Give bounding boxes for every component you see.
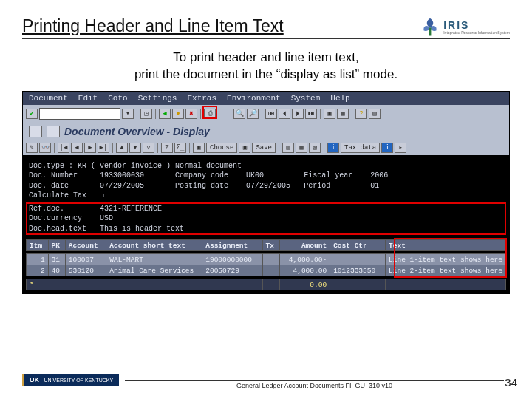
footer-doc-id: General Ledger Account Documents FI_GU_3… — [236, 382, 392, 389]
cell-tx — [262, 265, 279, 276]
shortcut-icon[interactable]: ▦ — [337, 109, 349, 119]
cell-account: 530120 — [65, 265, 106, 276]
doc-number-value: 1933000030 — [100, 171, 144, 180]
glasses-icon[interactable]: 👓 — [39, 143, 51, 153]
total-amount: 0.00 — [279, 279, 330, 290]
save-button[interactable]: Save — [252, 143, 276, 153]
collapse-icon[interactable]: ▣ — [193, 143, 205, 153]
info-icon[interactable]: i — [327, 143, 339, 153]
dropdown-icon[interactable]: ▾ — [122, 109, 134, 119]
sap-toolbar-1: ✔ ▾ ◳ ◀ ● ✖ ⎙ 🔍 🔎 ⏮ ⏴ ⏵ ⏭ ▣ ▦ ? ▤ — [23, 105, 509, 123]
col-assign: Assignment — [202, 240, 262, 251]
filter-icon[interactable]: ▽ — [143, 143, 154, 153]
col-cost: Cost Ctr — [330, 240, 386, 251]
cell-tx — [262, 254, 279, 265]
menu-goto[interactable]: Goto — [108, 94, 127, 103]
cancel-icon[interactable]: ✖ — [185, 109, 197, 119]
prev-page-icon[interactable]: ⏴ — [279, 109, 290, 119]
cell-assign: 19000000000 — [202, 254, 262, 265]
ref-doc-value: 4321-REFERENCE — [100, 205, 162, 213]
subtitle: To print header and line item text, prin… — [22, 50, 510, 83]
menu-environment[interactable]: Environment — [227, 94, 281, 103]
print-highlight — [202, 106, 217, 119]
cell-assign: 20050729 — [202, 265, 262, 276]
menu-help[interactable]: Help — [330, 94, 349, 103]
cell-amount: 4,000.00 — [279, 265, 330, 276]
extra-icon[interactable]: ▸ — [395, 143, 406, 153]
sap-menubar: Document Edit Goto Settings Extras Envir… — [23, 92, 509, 105]
doc-type-label: Doc.type : — [29, 162, 73, 170]
cell-pk: 31 — [48, 254, 65, 265]
first-icon[interactable]: |◀ — [58, 143, 69, 153]
col-pk: PK — [48, 240, 65, 251]
posting-date-value: 07/29/2005 — [246, 182, 290, 190]
line-item-table: Itm PK Account Account short text Assign… — [26, 239, 506, 290]
list-view-icon[interactable] — [29, 126, 42, 137]
table-row[interactable]: 2 40 530120 Animal Care Services 2005072… — [27, 265, 506, 276]
layout-icon[interactable]: ▤ — [369, 109, 381, 119]
page-number: 34 — [505, 376, 517, 389]
menu-system[interactable]: System — [291, 94, 321, 103]
first-page-icon[interactable]: ⏮ — [265, 109, 277, 119]
prev-icon[interactable]: ◀ — [71, 143, 83, 153]
sort-asc-icon[interactable]: ▲ — [116, 143, 128, 153]
doc-date-value: 07/29/2005 — [100, 182, 144, 190]
cell-account: 100007 — [65, 254, 106, 265]
uk-logo: UK UNIVERSITY OF KENTUCKY — [22, 374, 119, 386]
header-text-highlight: Ref.doc. 4321-REFERENCE Doc.currency USD… — [26, 202, 506, 236]
sum-icon[interactable]: Σ — [161, 143, 173, 153]
menu-extras[interactable]: Extras — [187, 94, 216, 103]
sort-desc-icon[interactable]: ▼ — [129, 143, 141, 153]
iris-logo-text: IRIS — [443, 19, 510, 31]
last-icon[interactable]: ▶| — [98, 143, 109, 153]
doc-head-text-value: This is header text — [100, 225, 184, 233]
col-account: Account — [65, 240, 106, 251]
menu-edit[interactable]: Edit — [78, 94, 98, 103]
find-icon[interactable]: 🔍 — [233, 109, 245, 119]
col3-icon[interactable]: ▧ — [309, 143, 321, 153]
find-next-icon[interactable]: 🔎 — [247, 109, 259, 119]
col-amount: Amount — [279, 240, 330, 251]
iris-logo: IRIS Integrated Resource Information Sys… — [420, 16, 510, 37]
command-field[interactable] — [39, 108, 120, 120]
menu-document[interactable]: Document — [29, 94, 68, 103]
next-icon[interactable]: ▶ — [84, 143, 96, 153]
subtitle-line2: print the document in the “display as li… — [134, 67, 398, 81]
cell-cost: 1012333550 — [330, 265, 386, 276]
period-label: Period — [304, 182, 330, 190]
choose-button[interactable]: Choose — [206, 143, 237, 153]
sap-content: Doc.type : KR ( Vendor invoice ) Normal … — [23, 155, 509, 294]
info2-icon[interactable]: i — [381, 143, 393, 153]
col-icon[interactable]: ▥ — [282, 143, 294, 153]
doc-view-icon[interactable] — [47, 126, 60, 137]
cell-amount: 4,000.00- — [279, 254, 330, 265]
subtotal-icon[interactable]: Σ̲ — [174, 143, 186, 153]
uk-logo-mark: UK — [30, 376, 39, 383]
last-page-icon[interactable]: ⏭ — [305, 109, 317, 119]
col-tx: Tx — [262, 240, 279, 251]
new-session-icon[interactable]: ▣ — [324, 109, 335, 119]
fiscal-year-value: 2006 — [370, 171, 388, 180]
col2-icon[interactable]: ▦ — [296, 143, 307, 153]
subtitle-line1: To print header and line item text, — [173, 50, 358, 64]
cell-itm: 1 — [27, 254, 49, 265]
menu-settings[interactable]: Settings — [138, 94, 177, 103]
cell-text: Line 1-item text shows here — [386, 254, 506, 265]
enter-icon[interactable]: ✔ — [26, 109, 38, 119]
back-icon[interactable]: ◀ — [159, 109, 171, 119]
exit-icon[interactable]: ● — [172, 109, 184, 119]
doc-date-label: Doc. date — [29, 182, 69, 190]
doc-type-value: KR ( Vendor invoice ) Normal document — [78, 162, 242, 170]
document-header-block: Doc.type : KR ( Vendor invoice ) Normal … — [26, 160, 506, 202]
doc-currency-value: USD — [100, 214, 113, 222]
display-change-icon[interactable]: ✎ — [26, 143, 38, 153]
taxdata-button[interactable]: Tax data — [341, 143, 380, 153]
next-page-icon[interactable]: ⏵ — [292, 109, 304, 119]
save-layout-icon[interactable]: ▣ — [239, 143, 250, 153]
col-short: Account short text — [106, 240, 202, 251]
cell-cost — [330, 254, 386, 265]
save-icon[interactable]: ◳ — [140, 109, 152, 119]
cell-itm: 2 — [27, 265, 49, 276]
help-icon[interactable]: ? — [355, 109, 367, 119]
table-row[interactable]: 1 31 100007 WAL-MART 19000000000 4,000.0… — [27, 254, 506, 265]
